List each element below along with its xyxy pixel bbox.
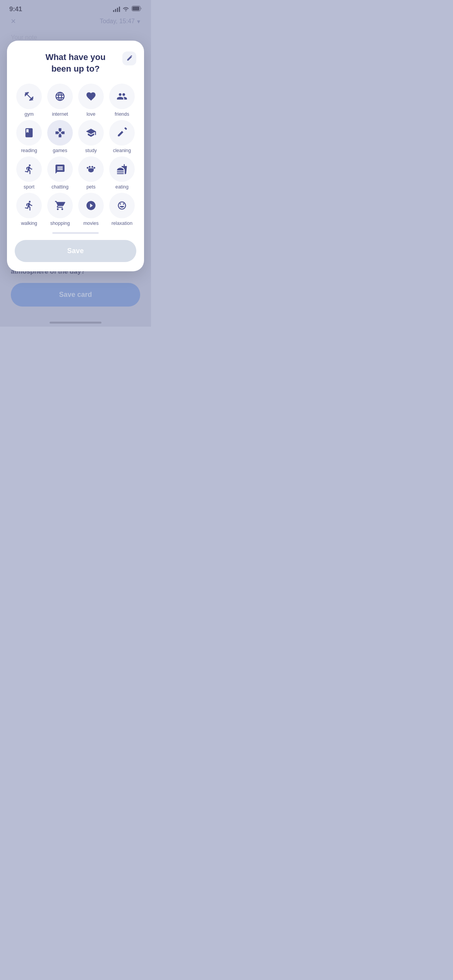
games-label: games — [53, 148, 67, 153]
activity-item-chatting[interactable]: chatting — [46, 156, 74, 190]
activity-item-sport[interactable]: sport — [15, 156, 43, 190]
pets-label: pets — [86, 184, 96, 190]
friends-label: friends — [115, 111, 129, 117]
reading-icon-circle — [16, 120, 42, 146]
internet-icon-circle — [47, 84, 73, 109]
pencil-icon — [126, 55, 132, 62]
activity-item-relaxation[interactable]: relaxation — [108, 193, 136, 226]
activity-item-games[interactable]: games — [46, 120, 74, 153]
activity-item-study[interactable]: study — [77, 120, 105, 153]
gym-label: gym — [24, 111, 34, 117]
modal-title: What have youbeen up to? — [45, 51, 105, 74]
activity-item-shopping[interactable]: shopping — [46, 193, 74, 226]
movies-icon-circle — [78, 193, 104, 218]
eating-label: eating — [115, 184, 129, 190]
activity-item-eating[interactable]: eating — [108, 156, 136, 190]
activity-item-movies[interactable]: movies — [77, 193, 105, 226]
activity-item-pets[interactable]: pets — [77, 156, 105, 190]
activity-modal: What have youbeen up to? gym internet lo… — [7, 41, 144, 271]
home-indicator — [50, 322, 101, 324]
shopping-label: shopping — [50, 221, 70, 226]
love-icon-circle — [78, 84, 104, 109]
gym-icon-circle — [16, 84, 42, 109]
activity-item-cleaning[interactable]: cleaning — [108, 120, 136, 153]
activity-item-friends[interactable]: friends — [108, 84, 136, 117]
activity-item-walking[interactable]: walking — [15, 193, 43, 226]
activity-item-gym[interactable]: gym — [15, 84, 43, 117]
walking-icon-circle — [16, 193, 42, 218]
sport-label: sport — [24, 184, 34, 190]
relaxation-icon-circle — [109, 193, 135, 218]
friends-icon-circle — [109, 84, 135, 109]
edit-button[interactable] — [122, 51, 136, 65]
study-label: study — [85, 148, 97, 153]
internet-label: internet — [52, 111, 68, 117]
pets-icon-circle — [78, 156, 104, 182]
love-label: love — [87, 111, 96, 117]
modal-header: What have youbeen up to? — [15, 51, 136, 74]
walking-label: walking — [21, 221, 37, 226]
shopping-icon-circle — [47, 193, 73, 218]
scroll-indicator — [52, 232, 99, 234]
save-button[interactable]: Save — [15, 240, 136, 262]
activity-item-love[interactable]: love — [77, 84, 105, 117]
eating-icon-circle — [109, 156, 135, 182]
activity-item-internet[interactable]: internet — [46, 84, 74, 117]
chatting-label: chatting — [51, 184, 69, 190]
games-icon-circle — [47, 120, 73, 146]
cleaning-icon-circle — [109, 120, 135, 146]
study-icon-circle — [78, 120, 104, 146]
chatting-icon-circle — [47, 156, 73, 182]
movies-label: movies — [83, 221, 99, 226]
cleaning-label: cleaning — [113, 148, 131, 153]
relaxation-label: relaxation — [112, 221, 132, 226]
activity-grid: gym internet love friends reading games … — [15, 84, 136, 226]
reading-label: reading — [21, 148, 37, 153]
activity-item-reading[interactable]: reading — [15, 120, 43, 153]
sport-icon-circle — [16, 156, 42, 182]
